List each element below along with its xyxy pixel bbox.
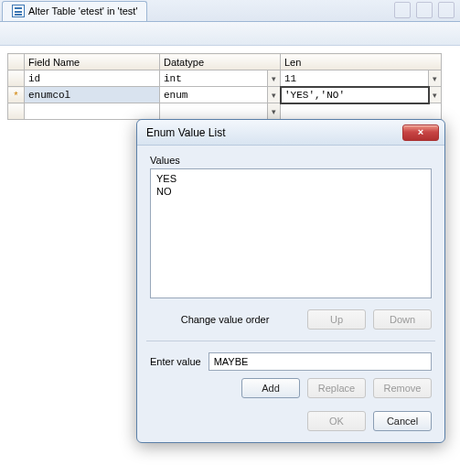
header-field[interactable]: Field Name bbox=[25, 54, 160, 70]
header-row: Field Name Datatype Len bbox=[8, 54, 442, 70]
table-row[interactable]: id int ▾ 11 ▾ bbox=[8, 70, 442, 87]
cell-len[interactable] bbox=[281, 103, 442, 120]
cell-datatype[interactable]: int bbox=[160, 70, 268, 87]
cell-len[interactable]: 11 bbox=[281, 70, 429, 87]
toolbar-strip bbox=[0, 22, 460, 46]
header-len[interactable]: Len bbox=[281, 54, 442, 70]
replace-button[interactable]: Replace bbox=[307, 378, 366, 398]
datatype-dropdown-icon[interactable]: ▾ bbox=[268, 103, 281, 120]
values-listbox[interactable]: YES NO bbox=[150, 168, 432, 298]
header-datatype[interactable]: Datatype bbox=[160, 54, 281, 70]
add-button[interactable]: Add bbox=[241, 378, 300, 398]
enter-value-label: Enter value bbox=[150, 356, 201, 367]
row-marker bbox=[8, 70, 25, 87]
ok-button[interactable]: OK bbox=[307, 411, 366, 431]
tab-title: Alter Table 'etest' in 'test' bbox=[28, 5, 137, 16]
dialog-title: Enum Value List bbox=[146, 126, 402, 139]
enter-value-input[interactable] bbox=[209, 352, 432, 371]
cell-len-editing[interactable]: 'YES','NO' bbox=[281, 87, 429, 103]
table-icon bbox=[12, 5, 25, 17]
tab-alter-table[interactable]: Alter Table 'etest' in 'test' bbox=[2, 1, 147, 21]
toolbar-icon[interactable] bbox=[394, 2, 411, 18]
remove-button[interactable]: Remove bbox=[373, 378, 432, 398]
cancel-button[interactable]: Cancel bbox=[373, 411, 432, 431]
cell-datatype[interactable] bbox=[160, 103, 268, 120]
toolbar-icon[interactable] bbox=[438, 2, 455, 18]
cell-field[interactable]: enumcol bbox=[25, 87, 160, 103]
corner-header bbox=[8, 54, 25, 70]
list-item[interactable]: YES bbox=[156, 172, 425, 185]
toolbar-icon[interactable] bbox=[416, 2, 433, 18]
down-button[interactable]: Down bbox=[373, 309, 432, 330]
separator bbox=[146, 341, 435, 341]
cell-field[interactable] bbox=[25, 103, 160, 120]
toolbar-right-icons bbox=[394, 2, 455, 18]
values-label: Values bbox=[150, 155, 432, 166]
len-dropdown-icon[interactable]: ▾ bbox=[429, 70, 442, 87]
row-marker bbox=[8, 103, 25, 120]
cell-datatype[interactable]: enum bbox=[160, 87, 268, 103]
close-button[interactable]: × bbox=[402, 124, 439, 141]
order-label: Change value order bbox=[150, 314, 300, 325]
row-marker: * bbox=[8, 87, 25, 103]
tab-bar: Alter Table 'etest' in 'test' bbox=[0, 0, 460, 22]
cell-field[interactable]: id bbox=[25, 70, 160, 87]
dialog-titlebar[interactable]: Enum Value List × bbox=[137, 120, 444, 146]
enum-value-list-dialog: Enum Value List × Values YES NO Change v… bbox=[136, 119, 445, 443]
list-item[interactable]: NO bbox=[156, 185, 425, 198]
columns-grid: Field Name Datatype Len id int ▾ 11 ▾ * … bbox=[0, 46, 460, 127]
datatype-dropdown-icon[interactable]: ▾ bbox=[268, 87, 281, 103]
len-dropdown-icon[interactable]: ▾ bbox=[429, 87, 442, 103]
close-icon: × bbox=[418, 126, 423, 137]
datatype-dropdown-icon[interactable]: ▾ bbox=[268, 70, 281, 87]
table-row[interactable]: ▾ bbox=[8, 103, 442, 120]
up-button[interactable]: Up bbox=[307, 309, 366, 330]
table-row[interactable]: * enumcol enum ▾ 'YES','NO' ▾ bbox=[8, 87, 442, 103]
